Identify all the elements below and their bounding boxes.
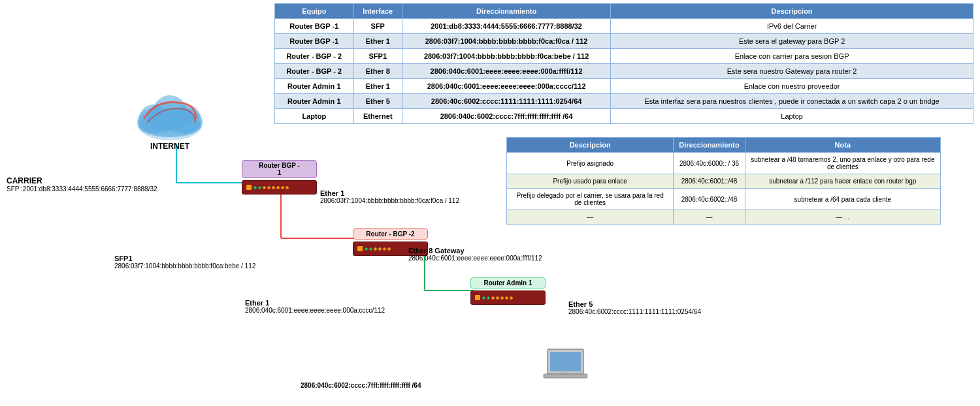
admin1-port-6 xyxy=(505,296,508,300)
carrier-block: CARRIER SFP :2001:db8:3333:4444:5555:666… xyxy=(7,176,242,193)
bgp2-sfp1-addr: 2806:03f7:1004:bbbb:bbbb:bbbb:f0ca:bebe … xyxy=(114,262,255,270)
cell-descripcion: Enlace con carrier para sesion BGP xyxy=(611,49,973,64)
laptop-addr-block: 2806:040c:6002:cccc:7fff:ffff:ffff:ffff … xyxy=(301,382,421,389)
cell-descripcion: Enlace con nuestro proveedor xyxy=(611,79,973,94)
cell-descripcion: Esta interfaz sera para nuestros cliente… xyxy=(611,94,973,109)
bgp2-ether8-addr: 2806:040c:6001:eeee:eeee:eeee:000a:ffff/… xyxy=(408,255,542,262)
cell-descripcion: Este sera el gateway para BGP 2 xyxy=(611,34,973,49)
bgp1-ether1-block: Ether 1 2806:03f7:1004:bbbb:bbbb:bbbb:f0… xyxy=(320,189,459,204)
laptop-svg xyxy=(542,346,595,388)
bgp2-port-4 xyxy=(378,247,382,251)
bgp2-sfp1-label: SFP1 xyxy=(114,255,255,262)
sec-cell-direccionamiento: — xyxy=(674,210,745,225)
bgp2-sfp1-block: SFP1 2806:03f7:1004:bbbb:bbbb:bbbb:f0ca:… xyxy=(114,255,255,270)
sec-cell-direccionamiento: 2806:40c:6001::/48 xyxy=(674,174,745,189)
port-4 xyxy=(267,186,270,189)
router-admin1-port-indicator xyxy=(475,295,480,300)
sec-table-row: ——— . . xyxy=(507,210,941,225)
cell-descripcion: Laptop xyxy=(611,109,973,124)
sec-cell-descripcion: Prefijo usado para enlace xyxy=(507,174,674,189)
router-bgp1-label: Router BGP - 1 xyxy=(242,160,317,178)
router-admin1-device xyxy=(470,290,546,305)
router-admin1-label: Router Admin 1 xyxy=(470,277,546,289)
router-bgp1-ports xyxy=(253,186,289,189)
port-active-2 xyxy=(258,186,261,189)
admin1-port-4 xyxy=(496,296,499,300)
sec-cell-direccionamiento: 2806:40c:6000:: / 36 xyxy=(674,153,745,174)
bgp2-port-3 xyxy=(374,247,377,251)
router-bgp2-ports xyxy=(365,247,391,251)
router-bgp1-container: Router BGP - 1 xyxy=(242,160,317,195)
secondary-table-section: Descripcion Direccionamiento Nota Prefij… xyxy=(506,137,941,225)
carrier-label: CARRIER xyxy=(7,176,242,185)
svg-point-15 xyxy=(139,114,201,137)
admin1-port-5 xyxy=(500,296,504,300)
sec-cell-descripcion: — xyxy=(507,210,674,225)
admin1-port-7 xyxy=(510,296,513,300)
admin1-ether5-addr: 2806:40c:6002:cccc:1111:1111:1111:0254/6… xyxy=(568,308,701,315)
laptop-icon-container xyxy=(542,346,595,390)
sec-cell-nota: subnetear a /64 para cada cliente xyxy=(745,189,940,210)
sec-cell-direccionamiento: 2806:40c:6002::/48 xyxy=(674,189,745,210)
carrier-sfp-addr: SFP :2001:db8:3333:4444:5555:6666:7777:8… xyxy=(7,185,242,193)
sec-col-header-direccionamiento: Direccionamiento xyxy=(674,138,745,153)
port-active-1 xyxy=(253,186,257,189)
port-6 xyxy=(276,186,280,189)
sec-table-row: Prefijo delegado por el carrier, se usar… xyxy=(507,189,941,210)
admin1-port-1 xyxy=(482,296,485,300)
sec-col-header-nota: Nota xyxy=(745,138,940,153)
admin1-ether5-block: Ether 5 2806:40c:6002:cccc:1111:1111:111… xyxy=(568,300,701,315)
sec-cell-nota: subnetear a /112 para hacer enlace con r… xyxy=(745,174,940,189)
admin1-ether5-label: Ether 5 xyxy=(568,300,701,308)
router-admin1-ports xyxy=(482,296,513,300)
bgp1-ether1-addr: 2806:03f7:1004:bbbb:bbbb:bbbb:f0ca:f0ca … xyxy=(320,197,459,204)
bgp2-port-1 xyxy=(365,247,368,251)
admin1-ether1-block: Ether 1 2806:040c:6001:eeee:eeee:eeee:00… xyxy=(245,299,385,314)
router-bgp2-label: Router - BGP -2 xyxy=(353,228,428,240)
sec-cell-nota: — . . xyxy=(745,210,940,225)
router-bgp1-device xyxy=(242,180,317,195)
sec-table-row: Prefijo asignado2806:40c:6000:: / 36subn… xyxy=(507,153,941,174)
bgp2-ether8-block: Ether 8 Gateway 2806:040c:6001:eeee:eeee… xyxy=(408,247,542,262)
svg-point-19 xyxy=(559,373,572,375)
port-8 xyxy=(286,186,289,189)
svg-rect-17 xyxy=(550,352,581,371)
cell-descripcion: Este sera nuestro Gateway para router 2 xyxy=(611,64,973,79)
cell-descripcion: IPv6 del Carrier xyxy=(611,19,973,34)
diagram-section: INTERNET CARRIER SFP :2001:db8:3333:4444… xyxy=(0,0,503,406)
sec-cell-descripcion: Prefijo asignado xyxy=(507,153,674,174)
router-bgp2-port-indicator xyxy=(357,246,363,251)
bgp2-ether8-label: Ether 8 Gateway xyxy=(408,247,542,255)
bgp2-port-2 xyxy=(369,247,372,251)
internet-cloud: INTERNET xyxy=(131,91,209,151)
router-port-1 xyxy=(246,185,252,190)
admin1-port-3 xyxy=(491,296,495,300)
port-5 xyxy=(272,186,275,189)
bgp1-ether1-label: Ether 1 xyxy=(320,189,459,197)
port-7 xyxy=(281,186,284,189)
laptop-addr: 2806:040c:6002:cccc:7fff:ffff:ffff:ffff … xyxy=(301,382,421,389)
cloud-svg xyxy=(131,91,209,144)
admin1-ether1-label: Ether 1 xyxy=(245,299,385,307)
sec-cell-nota: subnetear a /48 tomaremos 2, uno para en… xyxy=(745,153,940,174)
col-header-descripcion: Descripcion xyxy=(611,4,973,19)
sec-cell-descripcion: Prefijo delegado por el carrier, se usar… xyxy=(507,189,674,210)
port-3 xyxy=(263,186,266,189)
admin1-ether1-addr: 2806:040c:6001:eeee:eeee:eeee:000a:cccc/… xyxy=(245,307,385,314)
admin1-port-2 xyxy=(487,296,490,300)
secondary-table: Descripcion Direccionamiento Nota Prefij… xyxy=(506,137,941,225)
bgp2-port-6 xyxy=(387,247,391,251)
sec-col-header-descripcion: Descripcion xyxy=(507,138,674,153)
bgp2-port-5 xyxy=(383,247,386,251)
router-admin1-container: Router Admin 1 xyxy=(470,277,546,305)
sec-table-row: Prefijo usado para enlace2806:40c:6001::… xyxy=(507,174,941,189)
